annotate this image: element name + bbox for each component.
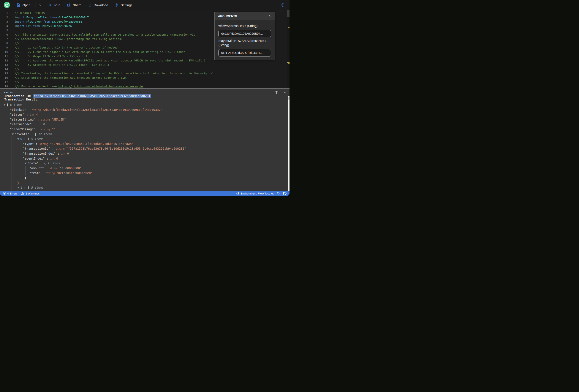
collapse-triangle-icon[interactable] [17, 187, 19, 188]
json-tree-row: "type" : string "A.7e60df042a9c0868.Flow… [0, 141, 290, 146]
collapse-triangle-icon[interactable] [25, 163, 27, 164]
github-icon[interactable] [283, 192, 287, 195]
download-button[interactable]: Download [88, 3, 108, 7]
json-tree-row: "from" : string "0xfd3b4cd50d44e6ed" [0, 170, 290, 175]
json-tree-row: 1 : { 5 items [0, 185, 290, 190]
argument-label: wflowAddressHex : (String) [218, 24, 271, 28]
warnings-label: 2 Warnings [25, 192, 40, 195]
chevron-up-icon[interactable] [268, 14, 271, 18]
json-tree-row: { 6 items [0, 103, 290, 107]
share-icon [67, 3, 71, 7]
line-number: 7 [0, 37, 8, 41]
toolbar: Open Run Share Download [0, 0, 290, 10]
settings-button[interactable]: Settings [115, 3, 132, 7]
json-tree-row: "errorMessage" : string "" [0, 127, 290, 132]
run-play-icon [49, 3, 53, 7]
line-number: 11 [0, 54, 8, 58]
output-title: OUTPUT [4, 91, 15, 94]
output-scrollbar[interactable] [288, 96, 290, 191]
code-line: 14/// [0, 67, 290, 71]
code-line: 16/// state before the transaction was e… [0, 76, 290, 80]
download-label: Download [94, 3, 108, 7]
app-window: Open Run Share Download [0, 0, 290, 196]
argument-input[interactable] [218, 30, 271, 37]
json-tree-row: 0 : { 5 items [0, 136, 290, 141]
line-number: 12 [0, 58, 8, 63]
flow-logo-icon [4, 2, 10, 8]
result-json-tree: { 6 items"blockId" : string "2b28cbfb87d… [0, 103, 290, 191]
settings-label: Settings [121, 3, 132, 7]
error-icon [3, 192, 6, 195]
braces-icon: {} [236, 192, 239, 195]
line-number: 4 [0, 24, 8, 28]
cursor-marker [287, 62, 289, 63]
output-scrollbar-thumb[interactable] [288, 97, 290, 100]
json-tree-row: "eventIndex" : int 0 [0, 156, 290, 161]
open-label: Open [22, 3, 30, 7]
collapse-triangle-icon[interactable] [17, 138, 19, 140]
json-tree-row: "events" : [ 12 items [0, 132, 290, 137]
open-file-icon [16, 3, 20, 7]
line-number: 14 [0, 67, 8, 71]
warning-marker [289, 27, 290, 28]
arguments-panel-header[interactable]: ARGUMENTS [215, 12, 275, 20]
json-tree-row: "transactionIndex" : int 0 [0, 151, 290, 156]
collapse-triangle-icon[interactable] [12, 133, 14, 135]
share-label: Share [73, 3, 81, 7]
line-number: 9 [0, 46, 8, 50]
sun-icon [280, 2, 285, 7]
code-line: 15/// Importantly, the transaction is re… [0, 71, 290, 76]
output-header: OUTPUT [0, 89, 290, 94]
feedback-person-icon[interactable] [277, 192, 280, 195]
transaction-id-line: Transaction ID: f557a1573b76aa53e73d46f3… [0, 94, 290, 98]
line-number: 3 [0, 20, 8, 24]
transaction-id-label: Transaction ID: [4, 94, 33, 98]
line-number: 18 [0, 84, 8, 88]
open-dropdown-button[interactable] [38, 3, 42, 7]
warning-icon [21, 192, 24, 195]
arguments-title: ARGUMENTS [218, 14, 237, 18]
run-button[interactable]: Run [49, 3, 61, 7]
editor-scrollbar[interactable] [287, 10, 290, 88]
collapse-triangle-icon[interactable] [3, 104, 6, 106]
line-number: 17 [0, 80, 8, 84]
chevron-down-icon [38, 3, 42, 7]
line-number: 16 [0, 76, 8, 80]
editor-scrollbar-thumb[interactable] [287, 10, 290, 17]
open-button[interactable]: Open [16, 3, 30, 7]
line-number: 10 [0, 50, 8, 54]
line-number: 2 [0, 15, 8, 20]
code-editor[interactable]: 1// TESTNET IMPORTS2import FungibleToken… [0, 10, 290, 88]
json-tree-row: "blockId" : string "2b28cbfb87da2cfec4f0… [0, 107, 290, 112]
argument-input[interactable] [218, 49, 271, 56]
output-panel: OUTPUT Transaction ID: f557a1573b76aa53e… [0, 89, 290, 191]
json-tree-row: } [0, 180, 290, 185]
environment-label: Environment: Flow Testnet [240, 192, 274, 195]
json-tree-row: } [0, 175, 290, 180]
split-view-icon[interactable] [275, 91, 278, 94]
code-line: 18/// For more context, see https://gith… [0, 84, 290, 88]
json-tree-row: "data" : { 2 items [0, 161, 290, 166]
transaction-result-label: Transaction Result: [0, 98, 290, 101]
line-number: 6 [0, 33, 8, 37]
errors-label: 0 Errors [7, 192, 17, 195]
theme-toggle-button[interactable] [280, 2, 285, 7]
warnings-status[interactable]: 2 Warnings [21, 192, 40, 195]
share-button[interactable]: Share [67, 3, 81, 7]
line-number: 8 [0, 41, 8, 46]
line-number: 13 [0, 63, 8, 67]
indent-guide [11, 136, 11, 191]
collapse-output-chevron-icon[interactable] [283, 91, 287, 94]
json-tree-row: "statusCode" : int 0 [0, 122, 290, 127]
json-tree-row: "status" : int 4 [0, 112, 290, 117]
indent-guide [5, 107, 5, 191]
indent-guide [18, 141, 18, 185]
indent-guide [25, 166, 26, 175]
run-label: Run [54, 3, 61, 7]
transaction-id-value[interactable]: f557a1573b76aa53e73d46f3e10d200d5c18a653… [33, 94, 151, 98]
errors-status[interactable]: 0 Errors [3, 192, 17, 195]
arguments-fields: wflowAddressHex : (String)maybeMintERC72… [215, 20, 275, 56]
json-tree-row: "transactionId" : string "f557a1573b76aa… [0, 146, 290, 151]
environment-status[interactable]: {} Environment: Flow Testnet [236, 192, 274, 195]
json-tree-row: "statusString" : string "SEALED" [0, 117, 290, 122]
